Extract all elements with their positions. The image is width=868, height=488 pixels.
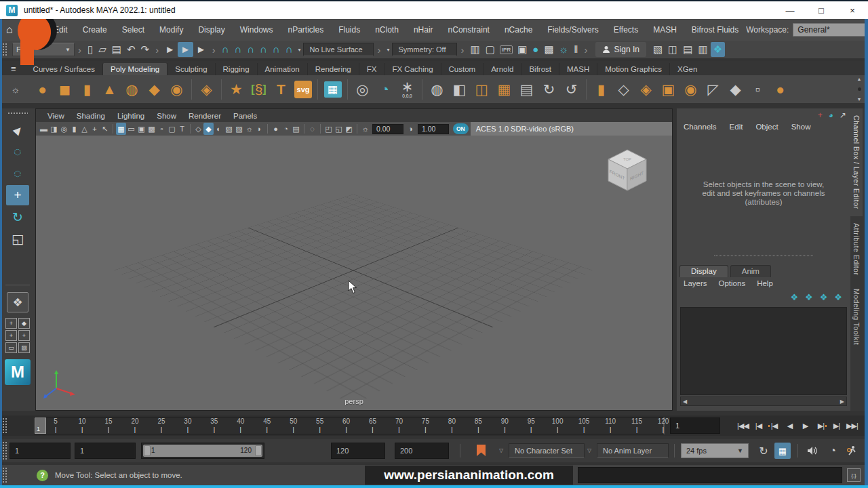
paint-select-tool[interactable]: ◌ <box>6 163 29 184</box>
drag-handle[interactable] <box>7 112 28 115</box>
arrow-left-icon[interactable]: ◀ <box>681 399 689 405</box>
poly-cube-icon[interactable]: ◼ <box>54 79 75 100</box>
poly-cylinder-icon[interactable]: ▮ <box>77 79 98 100</box>
color-management-toggle[interactable]: ON <box>453 123 469 134</box>
resolution-gate-icon[interactable]: ▣ <box>136 123 146 135</box>
menu-file[interactable]: File <box>18 25 46 35</box>
poly-disc-icon[interactable]: ◉ <box>166 79 187 100</box>
step-forward-frame-button[interactable]: ▶| <box>829 422 844 430</box>
depth-of-field-icon[interactable]: ▤ <box>291 123 301 135</box>
drag-handle[interactable] <box>2 467 7 483</box>
bridge-icon[interactable]: ◈ <box>635 79 656 100</box>
snap-to-point-icon[interactable]: ∩ <box>244 42 257 57</box>
arrow-down-icon[interactable]: ▼ <box>857 97 862 102</box>
menu-mash[interactable]: MASH <box>646 25 684 35</box>
hyperbolic-curve-icon[interactable]: ↗ <box>840 111 846 119</box>
shelf-tab-fx[interactable]: FX <box>359 63 384 75</box>
playback-loop-icon[interactable]: ↻ <box>755 443 772 459</box>
menu-modify[interactable]: Modify <box>152 25 191 35</box>
command-line-input[interactable] <box>578 467 842 483</box>
shelf-tab-xgen[interactable]: XGen <box>669 63 705 75</box>
create-empty-layer-icon[interactable]: ❖ <box>820 292 828 302</box>
shaded-mode-icon[interactable]: ◆ <box>203 123 214 135</box>
play-backwards-button[interactable]: ◀ <box>782 422 797 430</box>
layout-hypershade[interactable]: ▨ <box>18 342 30 353</box>
last-tool-button[interactable]: ❖ <box>7 292 28 312</box>
snap-to-grid-icon[interactable]: ∩ <box>219 42 232 57</box>
timeline-ruler[interactable]: 1 5|10|15|20|25|30|35|40|45|50|55|60|65|… <box>34 417 665 434</box>
snap-to-view-plane-icon[interactable]: ∩ <box>270 42 283 57</box>
image-plane-icon[interactable]: ▮ <box>69 123 79 135</box>
super-shape-icon[interactable]: ★ <box>226 79 247 100</box>
move-tool[interactable]: + <box>6 185 29 205</box>
menu-bifrost-fluids[interactable]: Bifrost Fluids <box>684 25 746 35</box>
tool-settings-toggle-icon[interactable]: ◫ <box>665 42 680 57</box>
layout-four-view[interactable]: + <box>5 330 17 341</box>
viewport-menu-show[interactable]: Show <box>151 112 182 120</box>
layout-persp-uv[interactable]: ▭ <box>5 342 17 353</box>
menu-nparticles[interactable]: nParticles <box>280 25 331 35</box>
step-back-frame-button[interactable]: |◀ <box>751 422 766 430</box>
curve-warp-icon[interactable]: [§] <box>248 79 269 100</box>
exposure-field[interactable]: 0.00 <box>372 124 403 134</box>
selection-mask-dropdown[interactable]: F ▼ <box>12 43 75 56</box>
menu-fields-solvers[interactable]: Fields/Solvers <box>540 25 606 35</box>
use-all-lights-icon[interactable]: ▨ <box>234 123 244 135</box>
shelf-tab-arnold[interactable]: Arnold <box>483 63 521 75</box>
chevron-down-icon[interactable]: ▽ <box>587 447 591 453</box>
speed-state-icon[interactable]: ◕ <box>829 111 833 119</box>
attribute-editor-toggle-icon[interactable]: ▤ <box>680 42 695 57</box>
channel-box-menu-channels[interactable]: Channels <box>684 123 717 131</box>
script-editor-icon[interactable]: {;} <box>847 468 861 482</box>
drag-handle[interactable] <box>2 441 7 460</box>
poly-plane-icon[interactable]: ◆ <box>144 79 165 100</box>
layer-tab-anim[interactable]: Anim <box>730 265 771 277</box>
construction-aim-icon[interactable]: ◎ <box>352 79 373 100</box>
multi-cut-icon[interactable]: ▣ <box>658 79 679 100</box>
select-object-mode-icon[interactable]: ► <box>178 42 193 57</box>
shelf-tab-custom[interactable]: Custom <box>441 63 484 75</box>
ipr-render-icon[interactable]: IPR <box>500 45 513 54</box>
workspace-dropdown[interactable]: General* ▼ <box>793 23 868 37</box>
manipulator-icon[interactable]: + <box>818 111 823 119</box>
smooth-icon[interactable]: ● <box>770 79 791 100</box>
channel-box-menu-show[interactable]: Show <box>791 123 811 131</box>
current-frame-marker[interactable]: 1 <box>35 418 46 434</box>
channel-box-menu-object[interactable]: Object <box>755 123 778 131</box>
move-layer-up-icon[interactable]: ❖ <box>790 292 798 302</box>
gate-mask-icon[interactable]: ▩ <box>146 123 157 135</box>
rotate-tool[interactable]: ↻ <box>6 207 29 227</box>
exposure-icon[interactable]: ☼ <box>360 123 370 135</box>
range-slider-bar-inner[interactable]: 1 120 <box>143 445 262 457</box>
menu-ncloth[interactable]: nCloth <box>368 25 406 35</box>
select-hierarchy-mode-icon[interactable]: ► <box>162 42 178 57</box>
layer-menu-help[interactable]: Help <box>757 279 773 287</box>
shelf-tab-rendering[interactable]: Rendering <box>307 63 359 75</box>
layer-menu-options[interactable]: Options <box>719 279 746 287</box>
step-back-key-button[interactable]: |◀ <box>766 422 782 430</box>
render-settings-icon[interactable]: ▣ <box>515 42 530 57</box>
menu-effects[interactable]: Effects <box>606 25 646 35</box>
range-start-handle[interactable] <box>144 445 151 456</box>
channel-box-toggle-icon[interactable]: ▥ <box>695 42 710 57</box>
two-d-pan-zoom-icon[interactable]: △ <box>79 123 90 135</box>
home-icon[interactable]: ⌂ <box>6 24 13 36</box>
layout-single-pane[interactable]: + <box>5 318 17 329</box>
select-tool[interactable]: ► <box>6 120 29 140</box>
redo-icon[interactable]: ↷ <box>138 42 153 57</box>
camera-lock-icon[interactable]: ▬ <box>39 123 49 135</box>
poly-torus-icon[interactable]: ◍ <box>121 79 142 100</box>
viewport-menu-view[interactable]: View <box>41 112 71 120</box>
safe-action-icon[interactable]: ▢ <box>167 123 177 135</box>
layer-menu-layers[interactable]: Layers <box>684 279 707 287</box>
mute-sound-icon[interactable] <box>804 443 821 459</box>
arrow-up-icon[interactable]: ▲ <box>857 77 862 81</box>
close-button[interactable]: × <box>837 1 868 19</box>
arrow-right-icon[interactable]: ▶ <box>838 399 846 405</box>
gamma-field[interactable]: 1.00 <box>418 124 449 134</box>
pause-viewport-icon[interactable]: ‖ <box>571 42 580 57</box>
shelf-tab-rigging[interactable]: Rigging <box>215 63 257 75</box>
range-slider[interactable]: 1 120 <box>141 443 264 459</box>
xray-icon[interactable]: ◩ <box>344 123 354 135</box>
poly-cone-icon[interactable]: ▲ <box>99 79 120 100</box>
